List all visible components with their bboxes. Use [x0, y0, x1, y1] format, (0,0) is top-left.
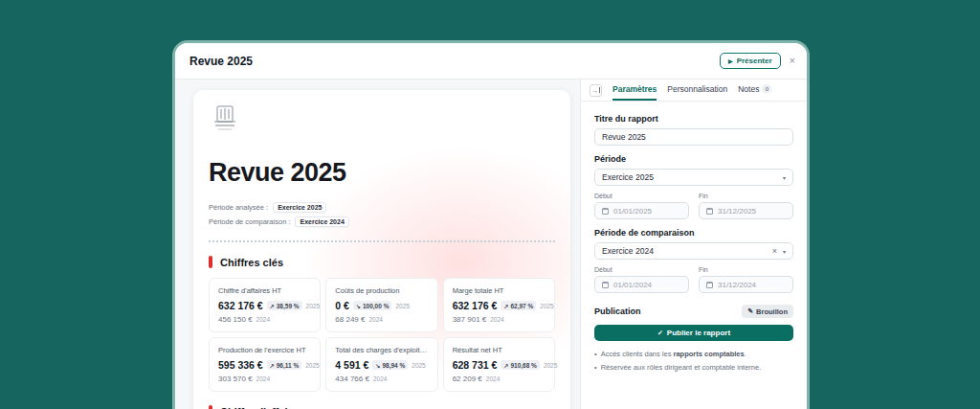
kpi-prev-value: 68 249 €	[335, 315, 365, 324]
trend-up-icon: ↗	[503, 362, 508, 369]
tab-parametres[interactable]: Paramètres	[612, 80, 657, 101]
draft-status-badge: ✎ Brouillon	[742, 305, 793, 318]
comparison-start-input[interactable]: 01/01/2024	[594, 276, 689, 293]
kpi-prev-year: 2024	[373, 375, 387, 382]
trend-down-icon: ↘	[375, 362, 380, 369]
kpi-value: 632 176 €	[453, 300, 498, 311]
revenue-section-header: Chiffre d'affaires	[209, 405, 555, 409]
analyzed-period-label: Période analysée :	[209, 203, 268, 212]
tab-personnalisation[interactable]: Personnalisation	[667, 80, 727, 101]
kpi-prev-value: 434 766 €	[335, 375, 369, 383]
close-icon[interactable]: ×	[790, 56, 795, 66]
period-select[interactable]: Exercice 2025 ▾	[594, 169, 793, 186]
notes-count-badge: 0	[762, 84, 771, 94]
calendar-icon	[602, 282, 609, 288]
chevron-down-icon: ▾	[783, 174, 786, 181]
kpi-prev-value: 387 901 €	[453, 315, 487, 324]
publication-label: Publication	[594, 307, 641, 316]
comparison-end-label: Fin	[699, 266, 793, 273]
section-accent-bar	[209, 405, 212, 409]
kpi-prev-year: 2024	[256, 316, 270, 323]
report-page: Revue 2025 Période analysée : Exercice 2…	[193, 90, 570, 409]
period-start-input[interactable]: 01/01/2025	[594, 202, 689, 219]
kpi-value: 628 731 €	[453, 359, 498, 371]
kpi-year: 2025	[306, 303, 320, 309]
report-title-input[interactable]	[594, 128, 793, 146]
kpi-year: 2025	[395, 303, 409, 309]
kpi-prev-value: 303 570 €	[218, 375, 253, 383]
kpi-card-chiffre-affaires: Chiffre d'affaires HT 632 176 € ↗38,59 %…	[209, 278, 321, 332]
comparison-period-line: Période de comparaison : Exercice 2024	[209, 216, 555, 227]
period-label: Période	[594, 154, 793, 164]
kpi-label: Total des charges d'exploitati… H…	[335, 346, 428, 354]
trend-badge: ↗62,97 %	[501, 301, 536, 310]
kpi-prev-year: 2024	[490, 316, 503, 323]
publish-report-button[interactable]: ✓ Publier le rapport	[594, 325, 793, 341]
revenue-section-title: Chiffre d'affaires	[220, 406, 303, 409]
kpi-value: 4 591 €	[335, 359, 368, 371]
period-start-label: Début	[594, 193, 689, 199]
settings-panel: → Paramètres Personnalisation Notes0 Tit…	[580, 80, 807, 409]
present-button[interactable]: ▶ Présenter	[720, 53, 781, 69]
publication-note: •Accès clients dans les rapports comptab…	[594, 350, 793, 360]
check-icon: ✓	[657, 329, 663, 337]
publication-note: •Réservée aux rôles dirigeant et comptab…	[594, 363, 793, 374]
kpi-prev-year: 2024	[486, 375, 500, 382]
panel-tab-bar: → Paramètres Personnalisation Notes0	[581, 80, 807, 102]
trend-badge: ↗96,11 %	[267, 360, 302, 370]
trend-badge: ↗38,59 %	[267, 301, 302, 310]
calendar-icon	[706, 282, 713, 288]
report-meta: Période analysée : Exercice 2025 Période…	[209, 202, 555, 227]
kpi-value: 595 336 €	[218, 359, 263, 371]
kpi-grid: Chiffre d'affaires HT 632 176 € ↗38,59 %…	[209, 278, 555, 392]
kpi-value: 0 €	[335, 300, 349, 311]
kpi-year: 2025	[540, 303, 553, 309]
report-window: Revue 2025 ▶ Présenter ×	[172, 40, 810, 409]
analyzed-period-badge: Exercice 2025	[273, 202, 326, 213]
collapse-panel-icon[interactable]: →	[590, 84, 602, 97]
clear-icon[interactable]: ×	[772, 247, 777, 256]
comparison-select-value: Exercice 2024	[602, 246, 772, 256]
kpi-label: Chiffre d'affaires HT	[218, 286, 311, 295]
report-title-label: Titre du rapport	[594, 114, 793, 124]
kpi-label: Résultat net HT	[453, 346, 546, 354]
present-button-label: Présenter	[737, 57, 772, 65]
period-end-label: Fin	[699, 193, 793, 199]
kpi-card-charges-exploitation: Total des charges d'exploitati… H… 4 591…	[325, 337, 437, 392]
kpi-label: Production de l'exercice HT	[218, 346, 311, 354]
kpi-label: Marge totale HT	[453, 286, 546, 295]
comparison-select[interactable]: Exercice 2024 × ▾	[594, 242, 793, 260]
trend-up-icon: ↗	[270, 303, 275, 309]
company-logo	[209, 104, 241, 133]
comparison-period-label: Période de comparaison :	[209, 217, 290, 226]
kpi-prev-year: 2024	[256, 375, 270, 382]
kpi-card-marge-totale: Marge totale HT 632 176 € ↗62,97 % 2025 …	[443, 278, 555, 332]
kpi-year: 2025	[412, 362, 425, 369]
tab-notes[interactable]: Notes0	[738, 80, 771, 101]
period-end-input[interactable]: 31/12/2025	[699, 202, 793, 219]
play-icon: ▶	[728, 57, 733, 64]
kpi-card-production-exercice: Production de l'exercice HT 595 336 € ↗9…	[209, 337, 321, 392]
kpi-card-resultat-net: Résultat net HT 628 731 € ↗910,68 % 2025…	[443, 337, 555, 392]
publication-notes: •Accès clients dans les rapports comptab…	[594, 350, 793, 374]
section-accent-bar	[209, 256, 212, 268]
analyzed-period-line: Période analysée : Exercice 2025	[209, 202, 555, 213]
trend-up-icon: ↗	[270, 362, 275, 369]
trend-down-icon: ↘	[356, 303, 361, 309]
comparison-period-badge: Exercice 2024	[295, 216, 348, 227]
comparison-end-input[interactable]: 31/12/2024	[699, 276, 793, 293]
kpi-label: Coûts de production	[335, 286, 428, 295]
trend-badge: ↗910,68 %	[501, 360, 540, 370]
dotted-divider	[209, 240, 555, 242]
kpi-year: 2025	[544, 362, 557, 369]
window-title: Revue 2025	[189, 55, 253, 68]
calendar-icon	[602, 208, 609, 215]
trend-up-icon: ↗	[503, 303, 508, 309]
chevron-down-icon: ▾	[783, 248, 786, 255]
key-figures-section-header: Chiffres clés	[209, 256, 555, 268]
report-title: Revue 2025	[209, 158, 555, 188]
panel-body: Titre du rapport Période Exercice 2025 ▾…	[581, 102, 807, 376]
kpi-value: 632 176 €	[218, 300, 263, 311]
period-select-value: Exercice 2025	[602, 172, 783, 182]
kpi-card-couts-production: Coûts de production 0 € ↘100,00 % 2025 6…	[325, 278, 437, 332]
